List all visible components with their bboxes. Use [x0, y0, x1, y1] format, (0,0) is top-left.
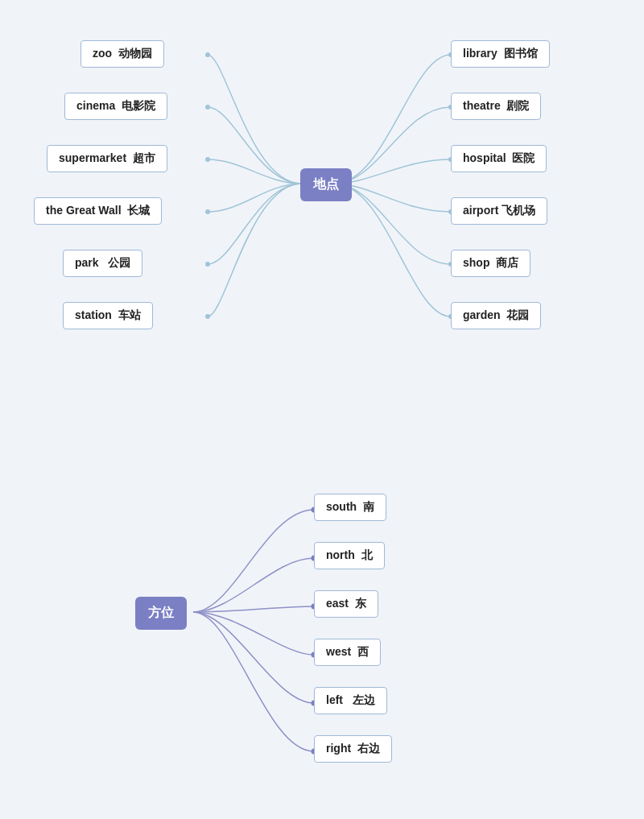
- node-south: south 南: [314, 494, 386, 521]
- node-north: north 北: [314, 542, 385, 569]
- node-supermarket: supermarket 超市: [47, 145, 167, 172]
- node-cinema: cinema 电影院: [64, 93, 167, 120]
- node-park: park 公园: [63, 250, 142, 277]
- node-west: west 西: [314, 639, 381, 666]
- node-library: library 图书馆: [451, 40, 550, 68]
- node-hospital: hospital 医院: [451, 145, 547, 172]
- svg-point-4: [205, 262, 210, 267]
- node-right: right 右边: [314, 735, 392, 763]
- diagram-container: 地点 zoo 动物园 cinema 电影院 supermarket 超市 the…: [0, 0, 644, 819]
- node-east: east 东: [314, 590, 378, 618]
- node-greatwall: the Great Wall 长城: [34, 197, 162, 225]
- center-node-directions: 方位: [135, 597, 187, 630]
- svg-point-1: [205, 105, 210, 110]
- node-airport: airport 飞机场: [451, 197, 547, 225]
- svg-point-2: [205, 157, 210, 162]
- node-left: left 左边: [314, 687, 387, 714]
- node-theatre: theatre 剧院: [451, 93, 541, 120]
- node-zoo: zoo 动物园: [80, 40, 164, 68]
- svg-point-5: [205, 314, 210, 319]
- node-station: station 车站: [63, 302, 153, 329]
- node-garden: garden 花园: [451, 302, 541, 329]
- svg-point-0: [205, 52, 210, 57]
- node-shop: shop 商店: [451, 250, 530, 277]
- center-node-places: 地点: [300, 168, 352, 201]
- svg-point-3: [205, 209, 210, 214]
